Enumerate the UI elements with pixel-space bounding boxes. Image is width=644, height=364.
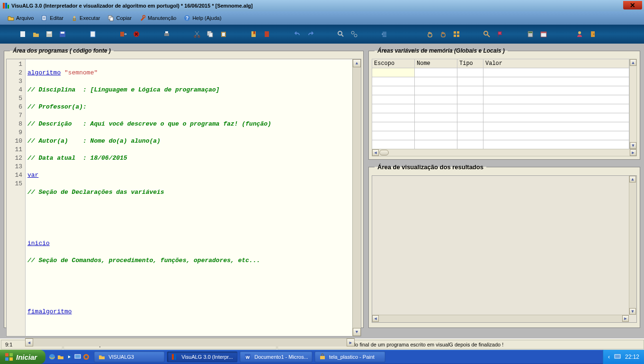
variables-panel: Áreas variáveis de memória (Globais e Lo…	[368, 47, 640, 160]
svg-rect-0	[3, 3, 5, 9]
wrench-icon	[139, 15, 146, 21]
table-row	[372, 113, 629, 122]
col-nome[interactable]: Nome	[415, 59, 457, 68]
zoom-button[interactable]	[482, 29, 492, 39]
folder-icon[interactable]	[57, 353, 64, 361]
menu-editar[interactable]: Editar	[37, 14, 67, 22]
svg-text:?: ?	[186, 16, 188, 21]
tray-clock[interactable]: 22:12	[625, 354, 639, 360]
svg-rect-44	[9, 353, 13, 356]
svg-rect-57	[615, 355, 620, 358]
svg-rect-33	[454, 35, 456, 37]
door-button[interactable]	[588, 29, 598, 39]
window-close-button[interactable]: ✕	[623, 1, 642, 9]
save-button[interactable]	[45, 29, 54, 39]
redo-button[interactable]	[306, 29, 315, 39]
code-horizontal-scrollbar[interactable]: ◄►	[25, 338, 355, 346]
svg-rect-18	[164, 33, 169, 36]
replace-button[interactable]	[349, 29, 359, 39]
copy-button[interactable]	[206, 29, 215, 39]
menu-label: Arquivo	[16, 15, 34, 21]
table-row	[372, 77, 629, 86]
taskbar-item-paint[interactable]: tela_plastico - Paint	[314, 351, 385, 363]
menu-manutencao[interactable]: Manutenção	[135, 14, 180, 22]
ie-icon[interactable]	[48, 353, 56, 361]
taskbar-item-visualg-app[interactable]: VisuALG 3.0 (Interpr...	[167, 351, 238, 363]
menu-label: Executar	[80, 15, 100, 21]
menu-label: Editar	[50, 15, 63, 21]
menu-arquivo[interactable]: Arquivo	[4, 14, 37, 22]
svg-point-40	[578, 31, 581, 34]
find-button[interactable]	[336, 29, 346, 39]
svg-rect-53	[174, 354, 176, 360]
page-button[interactable]	[88, 29, 98, 39]
exit-button[interactable]	[118, 29, 128, 39]
col-escopo[interactable]: Escopo	[372, 59, 415, 68]
help-icon: ?	[184, 15, 190, 21]
variables-vertical-scrollbar[interactable]: ▲ ▼	[629, 59, 637, 149]
quick-launch	[45, 353, 93, 361]
cut-button[interactable]	[192, 29, 202, 39]
svg-rect-27	[265, 31, 269, 37]
window-titlebar: VisuALG 3.0 (Interpretador e visualizado…	[0, 0, 644, 11]
variables-table[interactable]: Escopo Nome Tipo Valor	[372, 59, 629, 149]
firefox-icon[interactable]	[82, 353, 90, 361]
indent-button[interactable]	[380, 29, 389, 39]
table-row	[372, 131, 629, 140]
start-button[interactable]: Iniciar	[0, 350, 45, 364]
table-row	[372, 104, 629, 113]
grid-button[interactable]	[452, 29, 461, 39]
col-valor[interactable]: Valor	[483, 59, 629, 68]
delete-bookmark-button[interactable]	[262, 29, 272, 39]
calc-button[interactable]	[526, 29, 535, 39]
bookmark-button[interactable]	[249, 29, 259, 39]
svg-point-51	[85, 355, 88, 358]
results-horizontal-scrollbar[interactable]: ◄ ►	[372, 315, 629, 322]
flag-button[interactable]	[495, 29, 505, 39]
svg-rect-39	[541, 32, 546, 33]
windows-logo-icon	[5, 353, 13, 361]
paste-button[interactable]	[219, 29, 228, 39]
menu-help[interactable]: ? Help (Ajuda)	[180, 14, 225, 22]
svg-rect-19	[165, 31, 168, 33]
code-vertical-scrollbar[interactable]: ▲ ▼	[352, 59, 361, 336]
save-as-button[interactable]	[58, 29, 67, 39]
open-file-button[interactable]	[31, 29, 41, 39]
code-editor[interactable]: 123456789101112131415 algoritmo "semnome…	[6, 59, 361, 337]
user-button[interactable]	[575, 29, 584, 39]
hand-button[interactable]	[425, 29, 435, 39]
svg-rect-32	[457, 31, 459, 34]
svg-rect-23	[209, 33, 213, 37]
toolbar	[0, 25, 644, 44]
results-panel: Área de visualização dos resultados ▲ ▼ …	[368, 164, 640, 328]
media-icon[interactable]	[65, 353, 73, 361]
variables-horizontal-scrollbar[interactable]: ◄ ►	[372, 149, 637, 156]
stop-button[interactable]	[132, 29, 141, 39]
taskbar-item-visualg3-folder[interactable]: VISUALG3	[94, 351, 165, 363]
tray-chevron-icon[interactable]: ‹	[608, 354, 610, 360]
results-vertical-scrollbar[interactable]: ▲ ▼	[629, 176, 636, 315]
system-tray[interactable]: ‹ 22:12	[603, 350, 644, 364]
print-button[interactable]	[162, 29, 171, 39]
tray-monitor-icon[interactable]	[614, 353, 621, 361]
menu-copiar[interactable]: Copiar	[104, 14, 135, 22]
svg-rect-43	[5, 353, 9, 356]
calendar-button[interactable]	[539, 29, 548, 39]
new-file-button[interactable]	[18, 29, 27, 39]
menu-label: Manutenção	[148, 15, 177, 21]
svg-rect-52	[172, 354, 174, 360]
variables-panel-legend: Áreas variáveis de memória (Globais e Lo…	[375, 47, 508, 54]
svg-rect-37	[528, 32, 532, 33]
taskbar-item-word[interactable]: W Documento1 - Micros...	[240, 351, 313, 363]
results-output[interactable]: ▲ ▼ ◄ ►	[372, 175, 637, 323]
menu-executar[interactable]: Executar	[67, 14, 104, 22]
svg-rect-14	[61, 32, 64, 34]
table-row	[372, 122, 629, 131]
col-tipo[interactable]: Tipo	[457, 59, 483, 68]
svg-rect-25	[222, 33, 225, 36]
hand2-button[interactable]	[438, 29, 448, 39]
code-content[interactable]: algoritmo "semnome" // Disciplina : [Lin…	[26, 59, 352, 336]
desktop-icon[interactable]	[74, 353, 81, 361]
undo-button[interactable]	[293, 29, 302, 39]
menu-label: Help (Ajuda)	[192, 15, 221, 21]
